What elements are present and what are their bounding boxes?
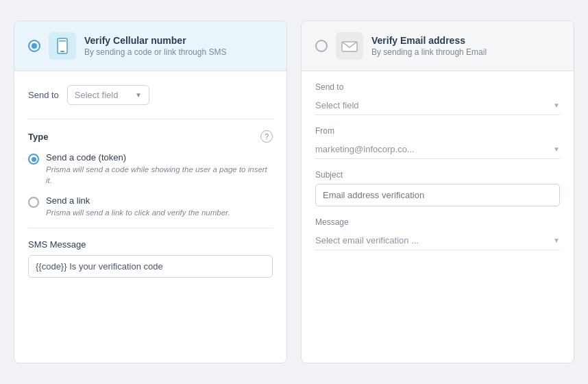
type-section-title: Type	[28, 132, 48, 142]
send-code-text: Send a code (token) Prisma will send a c…	[46, 152, 273, 186]
message-label: Message	[315, 217, 560, 227]
sms-message-label: SMS Message	[28, 239, 273, 250]
right-panel-header: Verify Email address By sending a link t…	[302, 21, 574, 71]
type-section-header: Type ?	[28, 130, 273, 143]
email-icon	[336, 32, 363, 60]
from-group: From marketing@infocorp.co... ▼	[315, 126, 560, 159]
left-panel-header-text: Verify Cellular number By sending a code…	[84, 35, 226, 57]
send-to-value: Select field	[75, 90, 119, 100]
option-send-link[interactable]: Send a link Prisma will send a link to c…	[28, 195, 273, 218]
send-link-desc: Prisma will send a link to click and ver…	[46, 207, 230, 218]
right-send-to-label: Send to	[315, 82, 560, 92]
send-code-radio[interactable]	[28, 154, 39, 165]
message-dropdown[interactable]: Select email verification ... ▼	[315, 231, 560, 250]
message-arrow-icon: ▼	[553, 237, 560, 244]
right-send-to-arrow-icon: ▼	[553, 101, 560, 109]
right-panel-body: Send to Select field ▼ From marketing@in…	[302, 71, 574, 272]
right-send-to-placeholder: Select field	[315, 100, 359, 110]
left-panel-radio[interactable]	[28, 40, 40, 52]
from-label: From	[315, 126, 560, 136]
divider-1	[28, 119, 273, 119]
right-panel-title: Verify Email address	[371, 35, 487, 46]
left-panel-header: Verify Cellular number By sending a code…	[14, 21, 286, 71]
send-link-text: Send a link Prisma will send a link to c…	[46, 195, 230, 218]
send-code-desc: Prisma will send a code while showing th…	[46, 164, 273, 186]
right-send-to-dropdown[interactable]: Select field ▼	[315, 96, 560, 115]
send-code-title: Send a code (token)	[46, 152, 273, 163]
send-to-label: Send to	[28, 90, 59, 100]
dropdown-arrow-icon: ▼	[135, 91, 142, 99]
message-group: Message Select email verification ... ▼	[315, 217, 560, 250]
from-value: marketing@infocorp.co...	[315, 144, 415, 154]
left-panel-title: Verify Cellular number	[84, 35, 226, 46]
send-to-dropdown[interactable]: Select field ▼	[67, 85, 149, 105]
divider-2	[28, 228, 273, 228]
sms-message-group: SMS Message	[28, 239, 273, 278]
svg-rect-2	[60, 51, 64, 52]
left-panel: Verify Cellular number By sending a code…	[14, 21, 287, 363]
right-panel-subtitle: By sending a link through Email	[371, 47, 487, 57]
send-to-row: Send to Select field ▼	[28, 85, 273, 105]
option-send-code[interactable]: Send a code (token) Prisma will send a c…	[28, 152, 273, 186]
send-link-title: Send a link	[46, 195, 230, 206]
subject-input[interactable]	[315, 184, 560, 206]
message-placeholder: Select email verification ...	[315, 235, 419, 245]
left-panel-subtitle: By sending a code or link through SMS	[84, 47, 226, 57]
subject-group: Subject	[315, 170, 560, 206]
right-panel: Verify Email address By sending a link t…	[301, 21, 574, 363]
send-link-radio[interactable]	[28, 197, 39, 208]
from-dropdown[interactable]: marketing@infocorp.co... ▼	[315, 140, 560, 159]
from-arrow-icon: ▼	[553, 145, 560, 153]
help-icon[interactable]: ?	[260, 130, 273, 143]
svg-rect-3	[59, 40, 66, 42]
sms-message-input[interactable]	[28, 255, 273, 278]
right-panel-radio[interactable]	[315, 40, 328, 52]
help-icon-label: ?	[265, 132, 269, 141]
right-send-to-group: Send to Select field ▼	[315, 82, 560, 115]
right-panel-header-text: Verify Email address By sending a link t…	[371, 35, 487, 57]
left-panel-radio-inner	[32, 43, 37, 49]
phone-icon	[49, 32, 76, 60]
subject-label: Subject	[315, 170, 560, 180]
left-panel-body: Send to Select field ▼ Type ? Send a cod…	[14, 71, 286, 302]
